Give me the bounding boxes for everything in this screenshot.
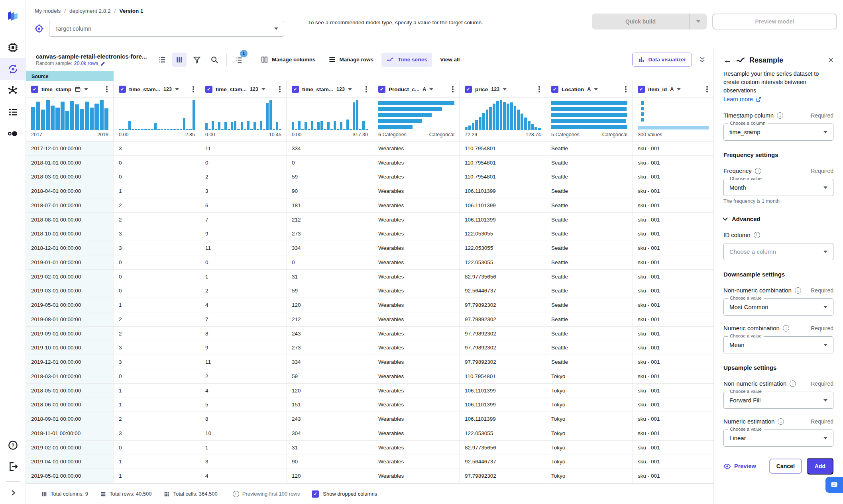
add-button[interactable]: Add	[807, 458, 833, 475]
sidebar-item-automations[interactable]	[0, 123, 26, 144]
learn-more-link[interactable]: Learn more	[723, 96, 762, 102]
advanced-toggle[interactable]: Advanced	[723, 216, 833, 222]
chevron-down-icon[interactable]	[175, 88, 179, 90]
column-menu-icon[interactable]	[193, 88, 194, 90]
table-cell: sku - 001	[633, 412, 713, 426]
column-checkbox[interactable]: ✓	[292, 86, 299, 93]
back-button[interactable]: ←	[723, 55, 732, 65]
source-tab[interactable]: Source	[26, 71, 114, 81]
pencil-icon[interactable]	[100, 61, 106, 67]
column-checkbox[interactable]: ✓	[119, 86, 126, 93]
column-menu-icon[interactable]	[106, 88, 108, 90]
close-icon[interactable]: ×	[828, 56, 833, 65]
chevron-down-icon[interactable]	[261, 88, 265, 90]
table-cell: Seattle	[546, 270, 633, 284]
chevron-down-icon[interactable]	[84, 88, 88, 90]
cancel-button[interactable]: Cancel	[769, 459, 802, 474]
info-icon[interactable]: i	[790, 380, 796, 387]
sidebar-item-datasets[interactable]	[0, 37, 26, 58]
info-icon[interactable]: i	[755, 168, 761, 174]
table-row: 2019-04-01 00:00:001390Wearables92.56446…	[26, 455, 713, 469]
manage-columns-button[interactable]: Manage columns	[256, 53, 320, 67]
logout-button[interactable]	[0, 456, 26, 477]
table-row: 2019-05-01 00:00:0014120Wearables97.7989…	[26, 298, 713, 312]
numeric-combination-select[interactable]: Choose a value Mean	[723, 336, 833, 353]
frequency-select[interactable]: Choose a value Month	[723, 179, 833, 196]
column-checkbox[interactable]: ✓	[638, 86, 645, 93]
info-icon[interactable]: i	[783, 325, 789, 331]
numeric-estimation-select[interactable]: Choose a value Linear	[723, 429, 833, 447]
quick-build-dropdown[interactable]	[689, 14, 707, 29]
column-menu-icon[interactable]	[365, 88, 367, 90]
column-menu-icon[interactable]	[706, 88, 708, 90]
sidebar-item-workflows[interactable]	[0, 80, 26, 101]
histogram-bars	[551, 100, 627, 130]
column-checkbox[interactable]: ✓	[31, 86, 38, 93]
column-view-button[interactable]	[172, 53, 187, 67]
quick-build-button[interactable]: Quick build	[592, 14, 707, 29]
breadcrumb: My models / deployment 2.8.2 / Version 1	[35, 8, 143, 14]
collapse-double-chevron-icon[interactable]	[698, 56, 706, 64]
table-cell: 7	[200, 312, 287, 326]
app-logo-icon	[7, 10, 19, 21]
info-icon[interactable]: i	[777, 112, 783, 119]
data-visualizer-button[interactable]: Data visualizer	[632, 53, 692, 67]
sidebar-item-list[interactable]	[0, 101, 26, 123]
table-cell: 334	[287, 241, 373, 255]
column-checkbox[interactable]: ✓	[378, 86, 385, 93]
show-dropped-columns-toggle[interactable]: ✓ Show dropped columns	[312, 490, 377, 498]
info-icon[interactable]: i	[754, 232, 760, 238]
table-cell: 106.1101399	[460, 412, 546, 426]
breadcrumb-my-models[interactable]: My models	[35, 8, 61, 14]
column-menu-icon[interactable]	[538, 88, 540, 90]
checkbox-checked-icon[interactable]: ✓	[312, 490, 319, 498]
sample-size-link[interactable]: 20.0k rows	[74, 61, 98, 66]
table-cell: 3	[200, 184, 287, 198]
non-numeric-combination-select[interactable]: Choose a value Most Common	[723, 298, 833, 316]
expand-sidebar-button[interactable]	[0, 486, 26, 500]
list-view-button[interactable]	[155, 53, 169, 67]
table-cell: 3	[114, 426, 200, 440]
chevron-down-icon[interactable]	[503, 88, 507, 90]
histogram-dash-segment	[641, 107, 644, 110]
preview-button[interactable]: Preview	[723, 463, 756, 470]
table-cell: 110.7954801	[460, 141, 546, 155]
app-logo[interactable]	[0, 5, 26, 26]
time-series-button[interactable]: Time series	[381, 53, 432, 67]
table-cell: sku - 001	[633, 341, 713, 355]
frequency-field: Frequency i Required Choose a value Mont…	[723, 167, 833, 204]
table-cell: 2	[200, 170, 287, 184]
chat-widget-button[interactable]	[825, 477, 843, 493]
view-all-button[interactable]: View all	[435, 53, 464, 66]
column-checkbox[interactable]: ✓	[551, 86, 558, 93]
chevron-down-icon[interactable]	[348, 88, 352, 90]
manage-rows-button[interactable]: Manage rows	[324, 53, 379, 67]
info-icon[interactable]: i	[778, 418, 784, 425]
sidebar-item-my-models[interactable]	[0, 58, 26, 80]
histogram-bar	[378, 113, 432, 117]
table-cell: sku - 001	[633, 327, 713, 341]
column-checkbox[interactable]: ✓	[205, 86, 212, 93]
target-column-select[interactable]: Target column	[49, 21, 284, 37]
column-menu-icon[interactable]	[279, 88, 281, 90]
search-button[interactable]	[207, 53, 222, 67]
chevron-down-icon[interactable]	[429, 88, 433, 90]
table-cell: Seattle	[546, 141, 633, 155]
table-cell: Seattle	[546, 156, 633, 170]
id-column-select[interactable]: Choose a column	[723, 243, 833, 260]
breadcrumb-deployment[interactable]: deployment 2.8.2	[69, 8, 111, 14]
chevron-down-icon[interactable]	[677, 88, 681, 90]
table-cell: 97.79892302	[460, 327, 546, 341]
column-checkbox[interactable]: ✓	[465, 86, 472, 93]
sort-list-button[interactable]: 1	[232, 53, 246, 67]
help-button[interactable]: ?	[0, 434, 26, 456]
timestamp-column-select[interactable]: Choose a column time_stamp	[723, 124, 833, 141]
filter-button[interactable]	[190, 53, 204, 67]
column-menu-icon[interactable]	[452, 88, 454, 90]
non-numeric-estimation-select[interactable]: Choose a value Forward Fill	[723, 392, 833, 409]
info-icon[interactable]: i	[795, 287, 801, 294]
chevron-down-icon[interactable]	[594, 88, 598, 90]
preview-model-button[interactable]: Preview model	[712, 14, 837, 29]
table-cell: 110.7954801	[460, 369, 546, 383]
column-menu-icon[interactable]	[625, 88, 627, 90]
